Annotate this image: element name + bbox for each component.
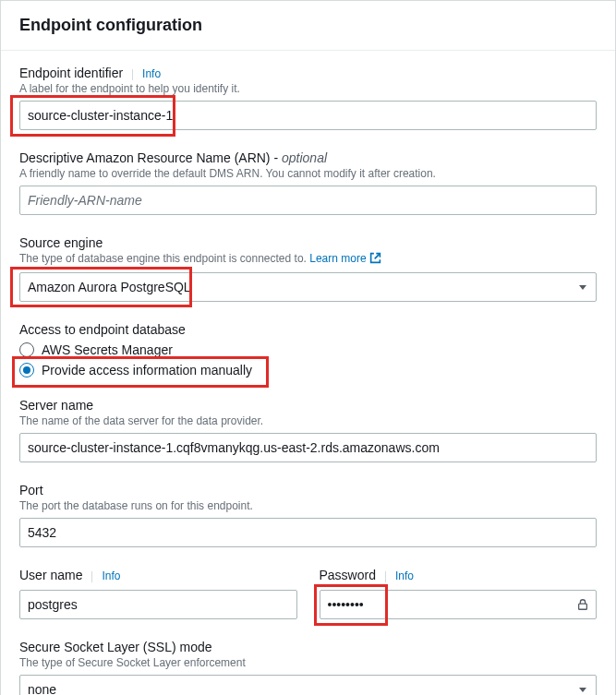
label-ssl-mode: Secure Socket Layer (SSL) mode [19,640,212,654]
field-arn: Descriptive Amazon Resource Name (ARN) -… [19,150,597,215]
input-password[interactable] [320,590,598,619]
field-user-name: User name Info [19,568,297,619]
chevron-down-icon [579,688,586,692]
field-password: Password Info [320,568,598,619]
chevron-down-icon [579,285,586,290]
input-user-name[interactable] [19,590,297,619]
learn-more-link[interactable]: Learn more [309,252,381,265]
label-access: Access to endpoint database [19,322,186,337]
hint-endpoint-identifier: A label for the endpoint to help you ide… [19,82,597,95]
label-password: Password [320,568,376,582]
field-ssl-mode: Secure Socket Layer (SSL) mode The type … [19,640,597,695]
select-ssl-mode[interactable]: none [19,675,597,695]
info-link-identifier[interactable]: Info [132,67,161,80]
hint-ssl-mode: The type of Secure Socket Layer enforcem… [19,656,597,669]
external-link-icon [369,252,381,267]
field-server-name: Server name The name of the data server … [19,398,597,462]
panel-body: Endpoint identifier Info A label for the… [1,51,615,695]
lock-icon[interactable] [573,594,593,615]
radio-button-checked-icon [19,363,34,377]
field-endpoint-identifier: Endpoint identifier Info A label for the… [19,66,597,130]
field-port: Port The port the database runs on for t… [19,483,597,547]
label-server-name: Server name [19,398,93,413]
input-endpoint-identifier[interactable] [19,101,597,130]
endpoint-config-panel: Endpoint configuration Endpoint identifi… [0,0,616,695]
info-link-password[interactable]: Info [385,569,414,582]
label-arn: Descriptive Amazon Resource Name (ARN) -… [19,150,327,165]
svg-rect-0 [579,604,587,609]
input-arn[interactable] [19,186,597,215]
label-port: Port [19,483,43,497]
field-source-engine: Source engine The type of database engin… [19,235,597,302]
info-link-user[interactable]: Info [91,569,120,582]
radio-manual-access[interactable]: Provide access information manually [19,363,597,377]
radio-button-icon [19,342,34,357]
label-source-engine: Source engine [19,235,103,250]
select-source-engine[interactable]: Amazon Aurora PostgreSQL [19,272,597,302]
hint-arn: A friendly name to override the default … [19,167,597,180]
hint-server-name: The name of the data server for the data… [19,414,597,427]
radio-secrets-manager[interactable]: AWS Secrets Manager [19,342,597,357]
row-user-password: User name Info Password Info [19,568,597,619]
label-endpoint-identifier: Endpoint identifier [19,66,123,80]
input-port[interactable] [19,518,597,547]
field-access: Access to endpoint database AWS Secrets … [19,322,597,377]
hint-source-engine: The type of database engine this endpoin… [19,252,597,267]
label-user-name: User name [19,568,82,582]
input-server-name[interactable] [19,433,597,462]
panel-header: Endpoint configuration [1,1,615,51]
hint-port: The port the database runs on for this e… [19,499,597,512]
panel-title: Endpoint configuration [19,16,597,35]
